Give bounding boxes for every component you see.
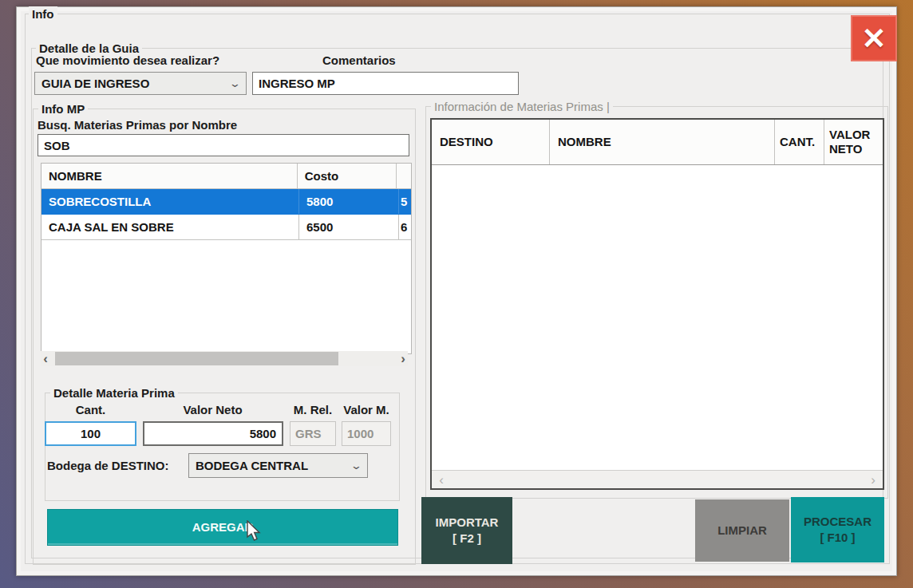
scroll-left-icon[interactable]: ‹ <box>41 352 50 365</box>
procesar-button[interactable]: PROCESAR [ F10 ] <box>791 497 884 562</box>
limpiar-button[interactable]: LIMPIAR <box>695 499 789 562</box>
scrollbar-thumb[interactable] <box>55 352 338 365</box>
valor-neto-label: Valor Neto <box>143 403 283 416</box>
cant-label: Cant. <box>45 403 136 416</box>
cell-extra: 5 <box>399 189 411 214</box>
close-button[interactable]: ✕ <box>851 15 897 61</box>
group-info-materias-label: Información de Materias Primas | <box>431 99 613 114</box>
destination-table-hscrollbar[interactable]: ‹ › <box>432 470 883 488</box>
search-table-hscrollbar[interactable]: ‹ › <box>41 351 408 366</box>
table-row-selected[interactable]: SOBRECOSTILLA 5800 5 <box>42 189 411 215</box>
scroll-right-icon[interactable]: › <box>868 473 878 487</box>
m-rel-input <box>290 421 336 446</box>
valor-neto-input[interactable] <box>143 421 283 446</box>
column-header-costo[interactable]: Costo <box>298 164 397 188</box>
group-detalle-mp-label: Detalle Materia Prima <box>50 385 178 401</box>
scroll-left-icon[interactable]: ‹ <box>437 473 446 487</box>
search-label: Busq. Materias Primas por Nombre <box>38 118 237 132</box>
cell-costo: 5800 <box>299 189 399 214</box>
close-icon: ✕ <box>861 22 886 56</box>
mouse-cursor <box>247 520 264 544</box>
column-header-destino[interactable]: DESTINO <box>432 120 550 164</box>
column-header-nombre[interactable]: NOMBRE <box>42 164 298 188</box>
chevron-down-icon: ⌄ <box>229 77 241 89</box>
materials-search-table: NOMBRE Costo SOBRECOSTILLA 5800 5 CAJA S… <box>41 163 412 354</box>
movement-select-value: GUIA DE INGRESO <box>42 77 149 90</box>
destination-table-header: DESTINO NOMBRE CANT. VALOR NETO <box>432 120 883 165</box>
search-input[interactable] <box>38 134 409 156</box>
m-rel-label: M. Rel. <box>287 403 339 416</box>
procesar-button-label: PROCESAR <box>804 514 872 530</box>
table-row[interactable]: CAJA SAL EN SOBRE 6500 6 <box>42 215 411 240</box>
column-header-valor-neto[interactable]: VALOR NETO <box>824 120 883 164</box>
cell-nombre: CAJA SAL EN SOBRE <box>42 215 299 239</box>
cell-extra: 6 <box>399 215 411 239</box>
scroll-right-icon[interactable]: › <box>398 352 408 365</box>
cell-nombre: SOBRECOSTILLA <box>42 189 299 214</box>
importar-button-key: [ F2 ] <box>453 531 481 547</box>
desktop-background: Info Detalle de la Guia Que movimiento d… <box>0 0 913 588</box>
table-header-row: NOMBRE Costo <box>42 164 411 189</box>
group-info-label: Info <box>29 6 57 22</box>
procesar-button-key: [ F10 ] <box>820 530 855 546</box>
agregar-button[interactable]: AGREGAR <box>47 509 398 546</box>
movement-question-label: Que movimiento desea realizar? <box>36 53 219 67</box>
dialog-window: Info Detalle de la Guia Que movimiento d… <box>16 6 897 576</box>
column-header-extra <box>397 164 411 188</box>
cant-input[interactable] <box>45 421 136 446</box>
importar-button[interactable]: IMPORTAR [ F2 ] <box>421 497 512 564</box>
bodega-destino-select[interactable]: BODEGA CENTRAL ⌄ <box>188 453 368 478</box>
comments-label: Comentarios <box>322 53 396 67</box>
valor-m-input <box>342 421 391 446</box>
column-header-cant[interactable]: CANT. <box>775 120 824 164</box>
chevron-down-icon: ⌄ <box>350 460 362 472</box>
bodega-destino-value: BODEGA CENTRAL <box>196 459 308 472</box>
destination-table: DESTINO NOMBRE CANT. VALOR NETO ‹ › <box>430 118 884 490</box>
importar-button-label: IMPORTAR <box>436 515 499 531</box>
limpiar-button-label: LIMPIAR <box>717 523 767 539</box>
cell-costo: 6500 <box>299 215 399 239</box>
comments-input[interactable] <box>252 72 519 95</box>
movement-select[interactable]: GUIA DE INGRESO ⌄ <box>34 72 247 95</box>
bodega-destino-label: Bodega de DESTINO: <box>47 459 169 472</box>
column-header-nombre[interactable]: NOMBRE <box>550 120 775 164</box>
group-info-mp-label: Info MP <box>38 101 88 116</box>
valor-m-label: Valor M. <box>340 403 393 416</box>
